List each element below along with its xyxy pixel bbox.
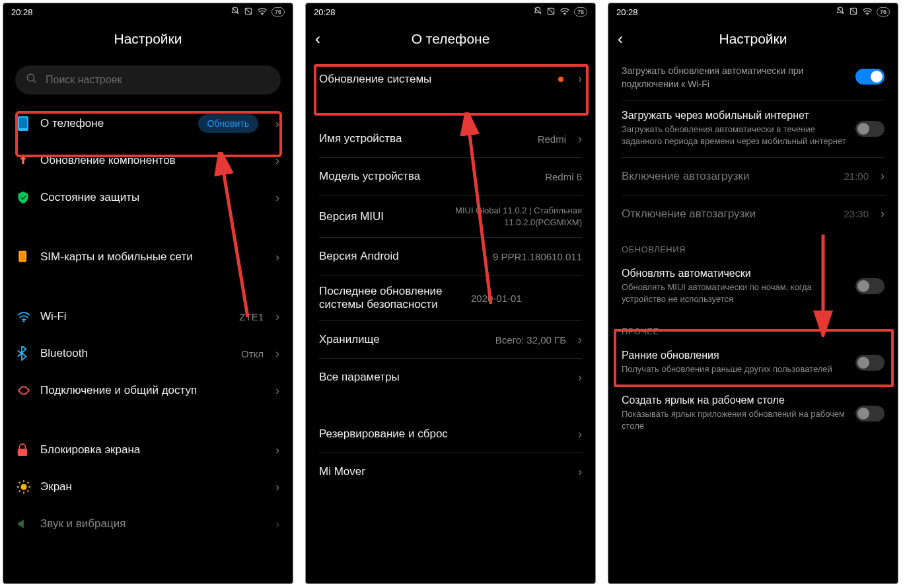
toggle-shortcut[interactable] xyxy=(855,406,885,422)
chevron-right-icon: › xyxy=(570,371,582,385)
page-header: Настройки xyxy=(3,20,293,57)
no-sim-icon xyxy=(244,7,253,18)
row-device-name[interactable]: Имя устройства Redmi › xyxy=(306,120,595,157)
svg-point-2 xyxy=(27,74,34,81)
row-wifi[interactable]: Wi-Fi ZTE1 › xyxy=(3,298,293,335)
row-sound[interactable]: Звук и вибрация › xyxy=(3,505,293,542)
row-storage[interactable]: Хранилище Всего: 32,00 ГБ › xyxy=(306,321,595,358)
phone-screen-3: 20:28 76 ‹ Настройки Загружать обновлени… xyxy=(608,3,898,584)
search-placeholder: Поиск настроек xyxy=(46,74,122,86)
section-header-updates: ОБНОВЛЕНИЯ xyxy=(608,233,898,258)
row-mi-mover[interactable]: Mi Mover › xyxy=(306,453,595,490)
chevron-right-icon: › xyxy=(570,72,582,86)
chevron-right-icon: › xyxy=(268,347,279,361)
wifi-icon xyxy=(862,7,873,18)
svg-point-15 xyxy=(867,14,868,15)
dnd-icon xyxy=(836,7,845,18)
chevron-right-icon: › xyxy=(268,191,279,205)
chevron-right-icon: › xyxy=(873,207,885,221)
lock-icon xyxy=(17,443,40,457)
page-title: Настройки xyxy=(719,31,787,47)
upload-icon xyxy=(17,154,40,167)
chevron-right-icon: › xyxy=(570,333,582,347)
dot-notification-icon xyxy=(558,77,563,82)
phone-icon xyxy=(17,116,40,131)
back-button[interactable]: ‹ xyxy=(618,31,623,47)
page-title: О телефоне xyxy=(412,31,490,47)
row-sim[interactable]: SIM-карты и мобильные сети › xyxy=(3,239,293,276)
search-input[interactable]: Поиск настроек xyxy=(15,65,281,94)
share-icon xyxy=(17,383,40,398)
back-button[interactable]: ‹ xyxy=(315,31,320,47)
row-auto-update[interactable]: Обновлять автоматически Обновлять MIUI а… xyxy=(608,258,898,314)
svg-point-9 xyxy=(20,484,26,490)
row-lockscreen[interactable]: Блокировка экрана › xyxy=(3,431,293,468)
row-component-updates[interactable]: Обновление компонентов › xyxy=(3,142,293,179)
row-about-phone[interactable]: О телефоне Обновить › xyxy=(3,105,293,142)
dnd-icon xyxy=(533,7,542,18)
battery-icon: 76 xyxy=(877,7,890,17)
svg-rect-8 xyxy=(18,449,27,456)
row-auto-on-time: Включение автозагрузки 21:00 › xyxy=(608,158,898,195)
wifi-icon xyxy=(257,7,268,18)
status-time: 20:28 xyxy=(11,7,33,17)
svg-rect-4 xyxy=(19,118,27,128)
status-icons: 76 xyxy=(533,7,587,18)
dnd-icon xyxy=(231,7,240,18)
row-backup-reset[interactable]: Резервирование и сброс › xyxy=(306,416,595,453)
chevron-right-icon: › xyxy=(268,250,279,264)
toggle-mobile[interactable] xyxy=(855,121,885,137)
battery-icon: 76 xyxy=(574,7,587,17)
row-early-updates[interactable]: Ранние обновления Получать обновления ра… xyxy=(608,340,898,385)
section-header-other: ПРОЧЕЕ xyxy=(608,314,898,340)
toggle-wifi-auto[interactable] xyxy=(855,69,885,85)
chevron-right-icon: › xyxy=(570,427,582,441)
status-bar: 20:28 76 xyxy=(3,3,293,20)
chevron-right-icon: › xyxy=(268,154,279,168)
chevron-right-icon: › xyxy=(268,443,279,457)
toggle-auto-update[interactable] xyxy=(855,278,885,294)
chevron-right-icon: › xyxy=(570,132,582,146)
shield-icon xyxy=(17,190,40,205)
row-display[interactable]: Экран › xyxy=(3,468,293,505)
no-sim-icon xyxy=(546,7,556,18)
phone-screen-1: 20:28 76 Настройки Поиск настроек О xyxy=(3,3,293,584)
battery-icon: 76 xyxy=(272,7,285,17)
row-mobile-download[interactable]: Загружать через мобильный интернет Загру… xyxy=(608,100,898,157)
page-header: ‹ О телефоне xyxy=(306,20,595,57)
toggle-early[interactable] xyxy=(855,355,885,371)
svg-point-12 xyxy=(564,14,565,15)
brightness-icon xyxy=(17,480,40,494)
svg-point-1 xyxy=(262,14,263,15)
row-model[interactable]: Модель устройства Redmi 6 xyxy=(306,158,595,195)
status-icons: 76 xyxy=(836,7,890,18)
page-title: Настройки xyxy=(114,31,182,47)
row-auto-off-time: Отключение автозагрузки 23:30 › xyxy=(608,196,898,233)
row-android-version[interactable]: Версия Android 9 PPR1.180610.011 xyxy=(306,238,595,275)
chevron-right-icon: › xyxy=(268,517,279,531)
svg-point-7 xyxy=(23,320,25,322)
row-security-patch[interactable]: Последнее обновление системы безопасност… xyxy=(306,276,595,320)
chevron-right-icon: › xyxy=(268,117,279,131)
wifi-value: ZTE1 xyxy=(239,311,264,322)
sim-icon xyxy=(17,250,40,264)
chevron-right-icon: › xyxy=(268,384,279,398)
status-bar: 20:28 76 xyxy=(608,3,898,20)
wifi-icon xyxy=(560,7,570,18)
row-miui-version[interactable]: Версия MIUI MIUI Global 11.0.2 | Стабиль… xyxy=(306,196,595,237)
chevron-right-icon: › xyxy=(268,480,279,494)
chevron-right-icon: › xyxy=(873,169,885,183)
row-wifi-auto-download[interactable]: Загружать обновления автоматически при п… xyxy=(608,57,898,100)
wifi-icon xyxy=(17,311,40,322)
row-security-status[interactable]: Состояние защиты › xyxy=(3,179,293,216)
status-time: 20:28 xyxy=(616,7,638,17)
row-shortcut[interactable]: Создать ярлык на рабочем столе Показыват… xyxy=(608,385,898,441)
row-all-specs[interactable]: Все параметры › xyxy=(306,359,595,396)
phone-screen-2: 20:28 76 ‹ О телефоне Обновление системы… xyxy=(305,3,596,584)
row-system-update[interactable]: Обновление системы › xyxy=(306,57,595,100)
speaker-icon xyxy=(17,517,40,531)
update-badge[interactable]: Обновить xyxy=(198,114,258,133)
svg-rect-6 xyxy=(20,252,25,261)
row-bluetooth[interactable]: Bluetooth Откл › xyxy=(3,335,293,372)
row-share[interactable]: Подключение и общий доступ › xyxy=(3,372,293,409)
